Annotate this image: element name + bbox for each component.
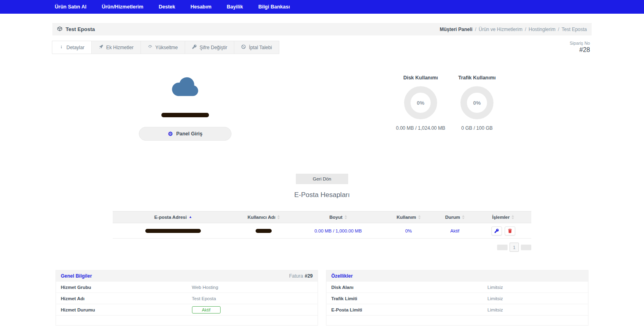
info-cards-row: Genel Bilgiler Fatura#29 Hizmet Grubu We… (52, 270, 592, 326)
nav-item-urun-satin-al[interactable]: Ürün Satın Al (55, 4, 87, 10)
breadcrumb-hostinglerim[interactable]: Hostinglerim (528, 27, 555, 32)
sort-asc-icon: ▲ (189, 216, 192, 219)
info-row-hizmet-adi: Hizmet Adı Test Eposta (56, 293, 318, 304)
redacted-domain-text (161, 113, 209, 117)
trash-icon (508, 228, 512, 233)
feature-row-value: Limitsiz (487, 307, 503, 312)
key-icon (192, 44, 197, 50)
info-row-label: Hizmet Durumu (61, 307, 192, 312)
sort-icon (277, 215, 280, 219)
cell-usage: 0% (382, 228, 435, 233)
pagination-prev-button[interactable] (497, 245, 508, 250)
redacted-username (256, 229, 272, 233)
nav-item-hesabim[interactable]: Hesabım (190, 4, 211, 10)
feature-row-value: Limitsiz (487, 285, 503, 290)
pagination: 1 (497, 243, 531, 252)
tab-label: Yükseltme (155, 45, 178, 50)
sort-icon (462, 215, 464, 219)
service-detail-section: ⚙ Panel Giriş Disk Kullanımı 0% 0.00 MB … (52, 54, 592, 259)
info-row-label: Hizmet Grubu (61, 285, 192, 290)
column-header-kullanici-adi[interactable]: Kullanıcı Adı (233, 215, 294, 220)
column-header-label: Durum (445, 215, 460, 220)
invoice-reference: Fatura#29 (289, 273, 313, 279)
tab-yukseltme[interactable]: Yükseltme (140, 41, 185, 54)
breadcrumb-musteri-paneli[interactable]: Müşteri Paneli (440, 27, 473, 32)
breadcrumb-separator: / (558, 27, 559, 32)
sort-icon (418, 215, 421, 219)
tab-label: Şifre Değiştir (200, 45, 227, 50)
disk-usage-percent: 0% (417, 100, 425, 106)
pagination-page-1[interactable]: 1 (510, 243, 519, 252)
feature-row-value: Limitsiz (487, 296, 503, 301)
delete-action-button[interactable] (505, 226, 515, 235)
cell-username (233, 229, 294, 233)
info-icon (59, 45, 64, 50)
column-header-kullanim[interactable]: Kullanım (382, 215, 435, 220)
cell-email-address (113, 229, 233, 233)
column-header-label: Boyut (329, 215, 343, 220)
traffic-usage-title: Trafik Kullanımı (449, 75, 505, 81)
traffic-usage-percent: 0% (473, 100, 481, 106)
tab-iptal-talebi[interactable]: İptal Talebi (234, 41, 279, 54)
disk-usage-title: Disk Kullanımı (392, 75, 449, 81)
cell-status: Aktif (435, 228, 475, 233)
traffic-usage-gauge: Trafik Kullanımı 0% 0 GB / 100 GB (449, 75, 505, 131)
features-card: Özellikler Disk Alanı Limitsiz Trafik Li… (326, 270, 588, 326)
tab-label: Detaylar (66, 45, 85, 50)
tab-label: İptal Talebi (249, 45, 272, 50)
info-row-value: Web Hosting (192, 285, 219, 290)
disk-usage-donut: 0% (404, 86, 437, 119)
cell-actions (475, 226, 531, 235)
tabs-row: Detaylar Ek Hizmetler Yükseltme Şifre De… (52, 41, 592, 54)
disk-usage-text: 0.00 MB / 1,024.00 MB (392, 125, 449, 131)
sort-icon (345, 215, 347, 219)
tab-sifre-degistir[interactable]: Şifre Değiştir (185, 41, 235, 54)
key-icon (494, 228, 499, 233)
cloud-icon (139, 77, 231, 97)
breadcrumb-separator: / (475, 27, 476, 32)
package-icon (57, 26, 62, 33)
column-header-durum[interactable]: Durum (435, 215, 475, 220)
column-header-eposta-adresi[interactable]: E-posta Adresi ▲ (113, 215, 233, 220)
breadcrumb-urun-ve-hizmetlerim[interactable]: Ürün ve Hizmetlerim (479, 27, 522, 32)
panel-login-label: Panel Giriş (176, 131, 202, 137)
gear-icon: ⚙ (168, 131, 173, 137)
column-header-label: Kullanım (396, 215, 416, 220)
tab-ek-hizmetler[interactable]: Ek Hizmetler (91, 41, 141, 54)
column-header-islemler[interactable]: İşlemler (475, 215, 531, 220)
traffic-usage-donut: 0% (460, 86, 493, 119)
email-accounts-title: E-Posta Hesapları (52, 191, 592, 199)
page-title-text: Test Eposta (66, 26, 95, 32)
page-container: Test Eposta Müşteri Paneli/Ürün ve Hizme… (52, 23, 592, 326)
info-row-hizmet-durumu: Hizmet Durumu Aktif (56, 304, 318, 316)
column-header-label: Kullanıcı Adı (248, 215, 275, 220)
top-navbar: Ürün Satın Al Ürün/Hizmetlerim Destek He… (0, 0, 644, 14)
invoice-number[interactable]: #29 (305, 273, 313, 279)
back-button[interactable]: Geri Dön (296, 174, 348, 184)
nav-item-bayilik[interactable]: Bayilik (227, 4, 243, 10)
feature-row-label: E-Posta Limiti (331, 307, 487, 312)
column-header-boyut[interactable]: Boyut (294, 215, 382, 220)
order-number-block: Sipariş No #28 (570, 41, 592, 54)
order-number-label: Sipariş No (570, 41, 590, 46)
service-summary-block: ⚙ Panel Giriş (139, 77, 231, 141)
navbar-items: Ürün Satın Al Ürün/Hizmetlerim Destek He… (52, 4, 592, 10)
info-row-hizmet-grubu: Hizmet Grubu Web Hosting (56, 282, 318, 293)
order-number-value: #28 (570, 46, 590, 54)
change-password-action-button[interactable] (491, 226, 502, 235)
nav-item-urun-hizmetlerim[interactable]: Ürün/Hizmetlerim (102, 4, 144, 10)
tabs: Detaylar Ek Hizmetler Yükseltme Şifre De… (52, 41, 279, 54)
email-accounts-table: E-posta Adresi ▲ Kullanıcı Adı Boyut Kul… (113, 211, 531, 239)
redacted-email-address (145, 229, 201, 233)
page-header: Test Eposta Müşteri Paneli/Ürün ve Hizme… (52, 23, 592, 35)
general-info-title: Genel Bilgiler (61, 273, 92, 279)
ban-icon (241, 44, 246, 50)
feature-row-label: Trafik Limiti (331, 296, 487, 301)
pagination-next-button[interactable] (521, 245, 531, 250)
features-title: Özellikler (331, 273, 353, 279)
tab-detaylar[interactable]: Detaylar (52, 41, 92, 54)
nav-item-bilgi-bankasi[interactable]: Bilgi Bankası (258, 4, 290, 10)
nav-item-destek[interactable]: Destek (159, 4, 175, 10)
feature-row-trafik-limiti: Trafik Limiti Limitsiz (326, 293, 588, 304)
panel-login-button[interactable]: ⚙ Panel Giriş (139, 127, 231, 141)
